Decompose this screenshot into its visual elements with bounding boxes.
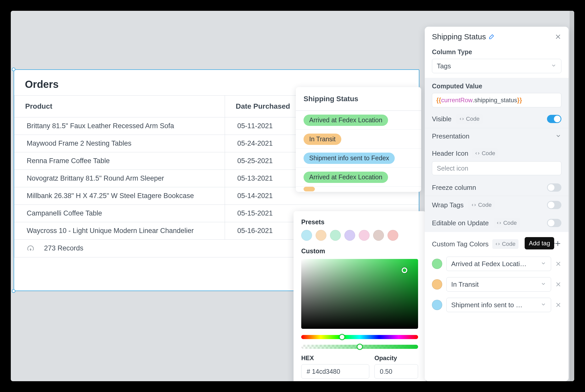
preset-color[interactable] <box>359 230 370 241</box>
remove-tag-icon[interactable] <box>555 281 561 287</box>
code-icon <box>475 151 480 156</box>
wrap-tags-label: Wrap Tags <box>432 201 464 209</box>
code-chip[interactable]: Code <box>472 148 498 158</box>
code-icon <box>471 203 476 207</box>
custom-label: Custom <box>301 247 418 255</box>
code-chip[interactable]: Code <box>468 200 495 210</box>
preset-color[interactable] <box>373 230 384 241</box>
shipping-status-cell[interactable]: Arrived at Fedex Location <box>296 168 421 187</box>
visible-label: Visible <box>432 115 451 123</box>
col-header-product[interactable]: Product <box>14 96 225 117</box>
computed-value-input[interactable]: {{ currentRow .shipping_status }} <box>432 93 561 107</box>
code-icon <box>495 242 500 246</box>
wrap-tags-toggle[interactable] <box>547 201 561 209</box>
records-count: 273 Records <box>44 244 83 252</box>
add-tag-tooltip: Add tag <box>525 237 554 249</box>
edit-title-icon[interactable] <box>488 34 495 40</box>
chevron-down-icon <box>541 301 546 309</box>
opacity-label: Opacity <box>374 354 418 362</box>
chevron-down-icon <box>541 260 546 268</box>
visible-toggle[interactable] <box>547 115 561 123</box>
cell-product: Renna Frame Coffee Table <box>14 152 225 170</box>
header-icon-placeholder: Select icon <box>437 165 468 172</box>
column-type-label: Column Type <box>432 48 561 56</box>
cell-product: Brittany 81.5" Faux Leather Recessed Arm… <box>14 117 225 135</box>
tag-color-swatch[interactable] <box>432 259 442 269</box>
custom-tag-colors-label: Custom Tag Colors <box>432 240 489 248</box>
cell-product: Millbank 26.38" H X 47.25" W Steel Etage… <box>14 187 225 205</box>
cell-product: Maywood Frame 2 Nesting Tables <box>14 135 225 152</box>
column-type-value: Tags <box>437 62 451 70</box>
hue-slider[interactable] <box>301 335 418 339</box>
chevron-down-icon <box>551 62 556 70</box>
alpha-slider[interactable] <box>301 345 418 349</box>
tag-color-swatch[interactable] <box>432 279 442 290</box>
freeze-column-label: Freeze column <box>432 184 476 192</box>
cell-product: Campanelli Coffee Table <box>14 205 225 222</box>
code-icon <box>459 117 464 121</box>
header-icon-select[interactable]: Select icon <box>432 161 561 175</box>
tag-value-label: In Transit <box>451 281 479 288</box>
custom-tag-color-row: In Transit <box>425 274 569 295</box>
chevron-down-icon[interactable] <box>555 133 561 140</box>
shipping-status-column-preview: Shipping Status Arrived at Fedex Locatio… <box>296 87 421 192</box>
tag-value-select[interactable]: Shipment info sent to … <box>446 298 551 312</box>
selection-handle-bottom-left[interactable] <box>12 289 15 293</box>
code-icon <box>497 221 501 225</box>
header-icon-label: Header Icon <box>432 150 468 157</box>
preset-color[interactable] <box>330 230 341 241</box>
code-chip[interactable]: Code <box>494 218 520 228</box>
tag-value-label: Arrived at Fedex Locati… <box>451 260 526 268</box>
tag-value-label: Shipment info sent to … <box>451 301 522 309</box>
tag-color-swatch[interactable] <box>432 300 442 310</box>
hex-input[interactable] <box>301 364 369 379</box>
download-icon[interactable] <box>27 245 34 253</box>
tag-value-select[interactable]: In Transit <box>446 277 551 292</box>
tag-value-select[interactable]: Arrived at Fedex Locati… <box>446 257 551 271</box>
status-tag <box>304 187 315 191</box>
chevron-down-icon <box>541 281 546 288</box>
hex-label: HEX <box>301 354 369 362</box>
custom-tag-color-row: Shipment info sent to … <box>425 295 569 315</box>
column-property-panel: Shipping Status Column Type Tags <box>425 27 569 381</box>
alpha-thumb[interactable] <box>357 344 363 350</box>
preset-color[interactable] <box>344 230 355 241</box>
status-tag: Arrived at Fedex Location <box>304 172 388 183</box>
presets-label: Presets <box>301 218 418 226</box>
column-type-select[interactable]: Tags <box>432 59 561 73</box>
preset-color[interactable] <box>301 230 312 241</box>
shipping-status-cell[interactable]: In Transit <box>296 130 421 149</box>
preset-color[interactable] <box>316 230 326 241</box>
color-picker-panel: Presets Custom HEX Opacity <box>294 211 426 381</box>
cell-product: Novogratz Brittany 81.5" Round Arm Sleep… <box>14 170 225 187</box>
remove-tag-icon[interactable] <box>555 302 561 308</box>
custom-tag-color-row: Arrived at Fedex Locati… <box>425 254 569 274</box>
preset-color-row <box>301 230 418 241</box>
hue-thumb[interactable] <box>339 334 345 340</box>
shipping-status-header[interactable]: Shipping Status <box>296 87 421 111</box>
panel-title: Shipping Status <box>432 32 486 41</box>
status-tag: Arrived at Fedex Location <box>304 115 388 126</box>
close-panel-icon[interactable] <box>555 33 561 40</box>
status-tag: In Transit <box>304 134 341 145</box>
freeze-column-toggle[interactable] <box>547 183 561 192</box>
shipping-status-cell[interactable]: Arrived at Fedex Location <box>296 111 421 130</box>
cell-product: Waycross 10 - Light Unique Modern Linear… <box>14 222 225 240</box>
computed-value-label: Computed Value <box>432 82 561 90</box>
selection-handle-top-left[interactable] <box>12 68 15 71</box>
sv-cursor[interactable] <box>402 267 407 273</box>
scrollbar[interactable] <box>570 11 574 381</box>
editable-toggle[interactable] <box>547 219 561 227</box>
opacity-input[interactable] <box>374 364 418 379</box>
presentation-label: Presentation <box>432 132 469 140</box>
preset-color[interactable] <box>388 230 398 241</box>
code-chip[interactable]: Code <box>492 239 519 249</box>
editable-on-update-label: Editable on Update <box>432 219 489 227</box>
status-tag: Shipment info sent to Fedex <box>304 153 395 164</box>
code-chip[interactable]: Code <box>456 114 483 124</box>
remove-tag-icon[interactable] <box>555 261 561 267</box>
shipping-status-cell[interactable]: Shipment info sent to Fedex <box>296 149 421 168</box>
saturation-value-box[interactable] <box>301 259 418 329</box>
